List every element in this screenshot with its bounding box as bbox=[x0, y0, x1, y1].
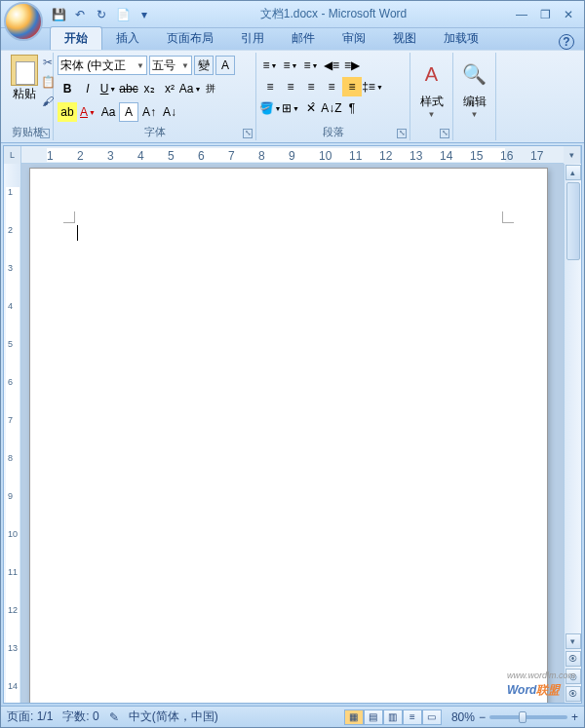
phonetic-guide-button[interactable]: 拼 bbox=[201, 79, 220, 98]
tab-selector[interactable]: L bbox=[4, 146, 21, 164]
ruler-tick: 12 bbox=[379, 149, 392, 163]
underline-button[interactable]: U▼ bbox=[98, 79, 118, 98]
font-group-label: 字体 bbox=[54, 125, 255, 139]
font-name-combo[interactable]: 宋体 (中文正▼ bbox=[58, 56, 147, 75]
horizontal-ruler[interactable]: 1234567891011121314151617 bbox=[21, 146, 564, 163]
document-area[interactable] bbox=[21, 164, 564, 703]
line-spacing-button[interactable]: ‡≡▼ bbox=[363, 77, 382, 96]
qat-save[interactable]: 💾 bbox=[50, 6, 67, 23]
shrink-font-button[interactable]: A↓ bbox=[160, 102, 179, 122]
grow-font-button[interactable]: A↑ bbox=[139, 102, 159, 122]
font-size-combo[interactable]: 五号▼ bbox=[149, 56, 192, 75]
ruler-tick: 14 bbox=[440, 149, 452, 163]
paragraph-dialog-launcher[interactable]: ⤡ bbox=[397, 129, 407, 138]
find-icon: 🔍 bbox=[459, 58, 490, 90]
web-layout-view[interactable]: ▥ bbox=[383, 709, 403, 725]
align-left-button[interactable]: ≡ bbox=[260, 77, 280, 96]
prev-page-button[interactable]: ⦿ bbox=[566, 651, 581, 667]
clipboard-dialog-launcher[interactable]: ⤡ bbox=[40, 129, 50, 138]
sort-button[interactable]: A↓Z bbox=[322, 98, 341, 118]
ruler-tick: 4 bbox=[137, 149, 144, 163]
print-layout-view[interactable]: ▦ bbox=[344, 709, 364, 725]
font-dialog-launcher[interactable]: ⤡ bbox=[243, 129, 253, 138]
edit-button[interactable]: 编辑 bbox=[457, 94, 491, 110]
highlight-button[interactable]: ab bbox=[58, 102, 77, 122]
paragraph-group-label: 段落 bbox=[256, 125, 410, 139]
tab-mailings[interactable]: 邮件 bbox=[278, 27, 329, 50]
paste-label: 粘贴 bbox=[13, 86, 36, 102]
zoom-slider[interactable] bbox=[489, 715, 567, 719]
restore-button[interactable]: ❐ bbox=[537, 8, 553, 21]
align-center-button[interactable]: ≡ bbox=[281, 77, 300, 96]
text-cursor bbox=[77, 225, 78, 241]
clear-formatting-button[interactable]: 變 bbox=[194, 56, 214, 75]
scroll-up-button[interactable]: ▴ bbox=[566, 165, 581, 180]
character-shading-button[interactable]: Aa bbox=[98, 102, 118, 122]
enclose-characters-button[interactable]: A bbox=[119, 102, 138, 122]
zoom-level[interactable]: 80% bbox=[451, 710, 475, 724]
ruler-tick: 16 bbox=[500, 149, 513, 163]
help-icon[interactable]: ? bbox=[559, 34, 574, 50]
outline-view[interactable]: ≡ bbox=[403, 709, 422, 725]
bold-button[interactable]: B bbox=[58, 79, 77, 98]
vertical-scrollbar[interactable]: ▴ ▾ ⦿ ◎ ⦿ bbox=[564, 164, 581, 703]
multilevel-list-button[interactable]: ≡▼ bbox=[301, 56, 321, 75]
ruler-toggle[interactable]: ▾ bbox=[564, 146, 581, 164]
shading-button[interactable]: 🪣▼ bbox=[260, 98, 280, 118]
close-button[interactable]: ✕ bbox=[561, 8, 576, 21]
increase-indent-button[interactable]: ≡▶ bbox=[342, 56, 362, 75]
zoom-out-button[interactable]: − bbox=[479, 710, 486, 724]
tab-home[interactable]: 开始 bbox=[50, 26, 102, 50]
zoom-in-button[interactable]: + bbox=[571, 710, 578, 724]
margin-marker-tr bbox=[502, 211, 514, 223]
status-page[interactable]: 页面: 1/1 bbox=[7, 709, 53, 725]
ruler-tick: 13 bbox=[410, 149, 422, 163]
change-case-button[interactable]: Aa▼ bbox=[180, 79, 200, 98]
draft-view[interactable]: ▭ bbox=[422, 709, 442, 725]
page-1[interactable] bbox=[29, 168, 548, 703]
status-proofing-icon[interactable]: ✎ bbox=[109, 710, 119, 724]
office-button[interactable] bbox=[4, 2, 43, 41]
minimize-button[interactable]: — bbox=[514, 8, 529, 21]
align-right-button[interactable]: ≡ bbox=[301, 77, 321, 96]
tab-review[interactable]: 审阅 bbox=[329, 27, 379, 50]
ruler-tick: 1 bbox=[47, 149, 54, 163]
numbering-button[interactable]: ≡▼ bbox=[281, 56, 300, 75]
styles-button[interactable]: 样式 bbox=[414, 94, 448, 110]
qat-redo[interactable]: ↻ bbox=[93, 6, 110, 23]
subscript-button[interactable]: x₂ bbox=[139, 79, 159, 98]
ruler-tick: 9 bbox=[289, 149, 295, 163]
justify-button[interactable]: ≡ bbox=[322, 77, 341, 96]
italic-button[interactable]: I bbox=[78, 79, 98, 98]
distributed-button[interactable]: ≡ bbox=[342, 77, 362, 96]
bullets-button[interactable]: ≡▼ bbox=[260, 56, 280, 75]
scroll-down-button[interactable]: ▾ bbox=[566, 633, 581, 649]
qat-customize[interactable]: ▾ bbox=[136, 6, 153, 23]
font-color-button[interactable]: A▼ bbox=[78, 102, 98, 122]
qat-new[interactable]: 📄 bbox=[114, 6, 132, 23]
tab-insert[interactable]: 插入 bbox=[102, 27, 153, 50]
scroll-thumb[interactable] bbox=[566, 182, 580, 260]
ruler-tick: 8 bbox=[258, 149, 265, 163]
tab-addins[interactable]: 加载项 bbox=[430, 27, 492, 50]
ruler-tick: 11 bbox=[349, 149, 362, 163]
styles-dialog-launcher[interactable]: ⤡ bbox=[440, 129, 449, 138]
strikethrough-button[interactable]: abc bbox=[119, 79, 138, 98]
fullscreen-reading-view[interactable]: ▤ bbox=[364, 709, 383, 725]
ruler-tick: 3 bbox=[8, 263, 13, 273]
status-words[interactable]: 字数: 0 bbox=[62, 709, 98, 725]
character-border-button[interactable]: A bbox=[215, 56, 235, 75]
vertical-ruler[interactable]: 1234567891011121314 bbox=[4, 164, 21, 703]
text-direction-button[interactable]: ✕̂ bbox=[301, 98, 321, 118]
qat-undo[interactable]: ↶ bbox=[71, 6, 89, 23]
show-marks-button[interactable]: ¶ bbox=[342, 98, 362, 118]
borders-button[interactable]: ⊞▼ bbox=[281, 98, 300, 118]
tab-layout[interactable]: 页面布局 bbox=[153, 27, 227, 50]
ruler-tick: 12 bbox=[8, 605, 18, 615]
decrease-indent-button[interactable]: ◀≡ bbox=[322, 56, 341, 75]
tab-view[interactable]: 视图 bbox=[379, 27, 430, 50]
status-language[interactable]: 中文(简体，中国) bbox=[129, 709, 218, 725]
tab-references[interactable]: 引用 bbox=[227, 27, 278, 50]
superscript-button[interactable]: x² bbox=[160, 79, 179, 98]
paste-button[interactable]: 粘贴 bbox=[7, 55, 42, 113]
